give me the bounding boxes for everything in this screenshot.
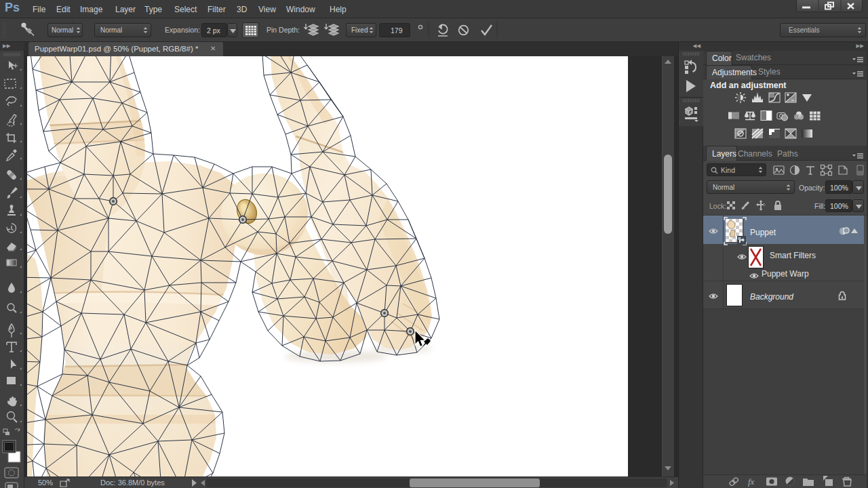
svg-text:fx: fx bbox=[748, 476, 755, 487]
